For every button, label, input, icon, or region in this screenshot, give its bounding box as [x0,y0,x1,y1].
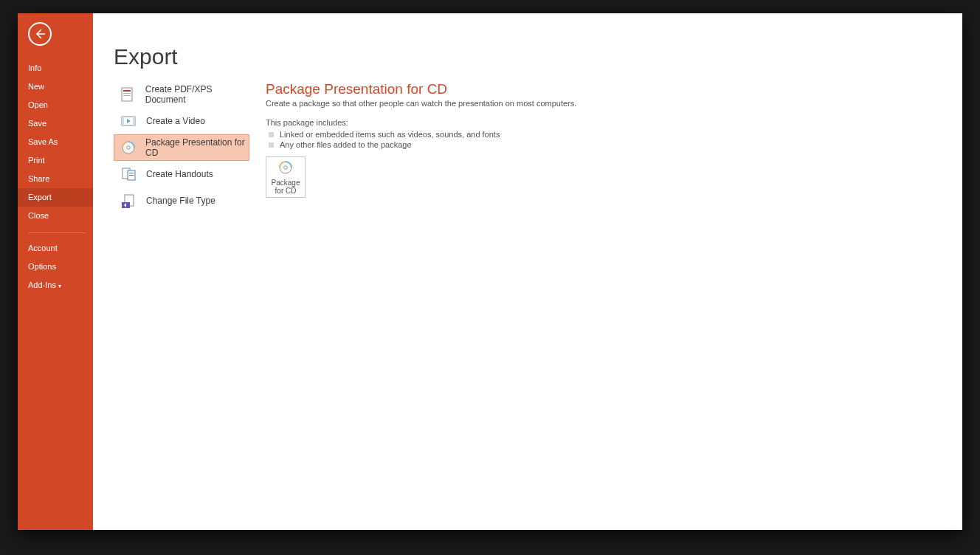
svg-point-12 [127,146,130,149]
sidebar-item-label: Print [28,156,45,165]
sidebar-item-label: Share [28,174,49,183]
button-label-line1: Package [272,179,300,187]
sidebar-item-label: Account [28,244,58,252]
handouts-icon [120,165,137,183]
cd-icon [277,159,294,176]
sidebar-item-label: Export [28,193,52,201]
export-item-create-pdf[interactable]: Create PDF/XPS Document [114,81,249,108]
export-item-create-video[interactable]: Create a Video [114,108,249,134]
detail-title: Package Presentation for CD [266,81,948,97]
svg-rect-15 [129,173,134,173]
sidebar-item-account[interactable]: Account [18,239,93,258]
sidebar-item-close[interactable]: Close [18,207,93,225]
detail-description: Create a package so that other people ca… [266,99,948,108]
sidebar-item-options[interactable]: Options [18,258,93,276]
bullet-icon [269,142,274,148]
bullet-text: Any other files added to the package [280,140,412,149]
sidebar-item-label: Open [28,100,48,109]
sidebar-item-share[interactable]: Share [18,170,93,188]
pdf-icon [120,86,137,103]
sidebar-item-print[interactable]: Print [18,151,93,170]
export-item-change-filetype[interactable]: Change File Type [114,187,249,214]
sidebar-separator [28,232,86,233]
main-content: Export Create PDF/XPS Document Create a … [93,13,962,530]
detail-includes-label: This package includes: [266,118,948,127]
back-arrow-icon [34,28,46,40]
page-title: Export [114,44,178,69]
sidebar-item-addins[interactable]: Add-Ins▾ [18,276,93,295]
sidebar-item-new[interactable]: New [18,77,93,96]
detail-bullet: Any other files added to the package [269,140,948,149]
sidebar-item-label: Close [28,211,49,220]
bullet-icon [269,132,274,137]
sidebar-item-label: New [28,82,44,91]
sidebar-item-info[interactable]: Info [18,59,93,77]
sidebar-item-label: Save [28,119,46,128]
bullet-text: Linked or embedded items such as videos,… [280,130,500,139]
sidebar-item-label: Options [28,262,56,271]
svg-rect-5 [123,93,131,94]
export-options-list: Create PDF/XPS Document Create a Video P… [114,81,249,214]
export-item-package-cd[interactable]: Package Presentation for CD [114,134,249,161]
svg-rect-16 [129,175,134,176]
sidebar-item-export[interactable]: Export [18,188,93,207]
filetype-icon [120,192,137,210]
sidebar-item-label: Save As [28,137,58,146]
svg-rect-8 [122,117,124,125]
back-button[interactable] [28,22,52,46]
svg-rect-6 [123,95,131,96]
detail-bullet: Linked or embedded items such as videos,… [269,130,948,139]
sidebar-item-label: Info [28,63,41,72]
export-detail-panel: Package Presentation for CD Create a pac… [266,81,948,198]
chevron-down-icon: ▾ [58,283,61,289]
export-item-label: Package Presentation for CD [145,137,249,158]
export-item-label: Change File Type [146,196,215,206]
sidebar-item-save-as[interactable]: Save As [18,133,93,151]
svg-rect-9 [133,117,135,125]
sidebar-item-save[interactable]: Save [18,114,93,133]
export-item-label: Create Handouts [146,169,213,179]
svg-rect-3 [122,88,132,101]
sidebar-item-open[interactable]: Open [18,96,93,114]
svg-point-20 [284,166,287,169]
video-icon [120,112,137,130]
svg-rect-4 [123,90,131,92]
export-item-label: Create PDF/XPS Document [145,84,249,105]
backstage-sidebar: Info New Open Save Save As Print Share E… [18,13,93,530]
export-item-label: Create a Video [146,116,205,126]
export-item-handouts[interactable]: Create Handouts [114,161,249,187]
sidebar-item-label: Add-Ins [28,280,56,289]
cd-icon [120,139,137,156]
package-for-cd-button[interactable]: Package for CD [266,156,306,198]
button-label-line2: for CD [275,187,297,195]
